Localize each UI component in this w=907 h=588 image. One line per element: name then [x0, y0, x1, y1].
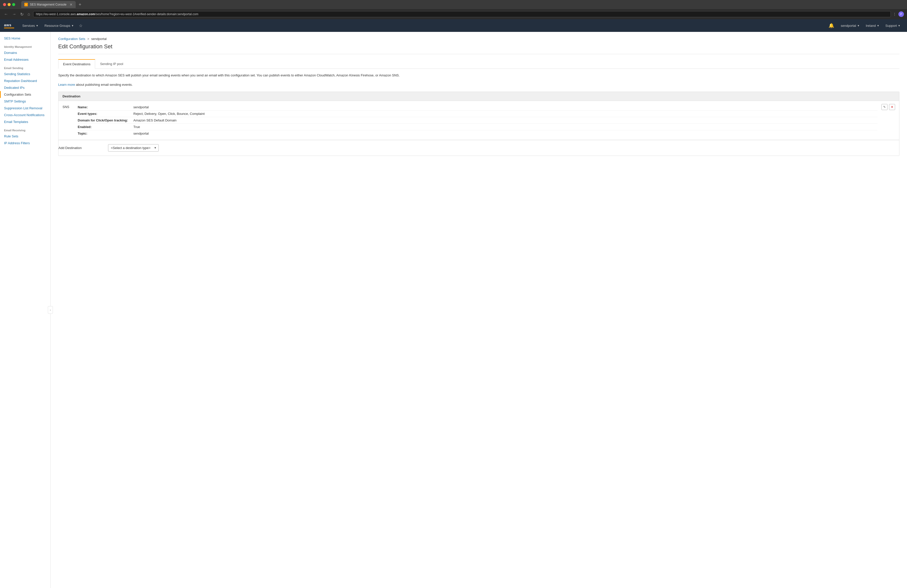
detail-name-label: Name: — [78, 105, 133, 109]
learn-more-text: Learn more about publishing email sendin… — [58, 82, 899, 88]
sidebar-item-configuration-sets[interactable]: Configuration Sets — [0, 91, 50, 98]
destination-type-select[interactable]: <Select a destination type> — [108, 144, 159, 152]
new-tab-button[interactable]: + — [79, 2, 82, 7]
close-dot[interactable] — [3, 3, 6, 6]
sidebar-item-ses-home[interactable]: SES Home — [0, 35, 50, 42]
account-dropdown[interactable]: sendportal ▼ — [838, 19, 862, 32]
services-nav-item[interactable]: Services ▼ — [19, 19, 42, 32]
detail-event-types-label: Event types: — [78, 112, 133, 115]
breadcrumb: Configuration Sets > sendportal — [58, 37, 899, 41]
learn-more-link[interactable]: Learn more — [58, 83, 75, 87]
sidebar-item-smtp-settings[interactable]: SMTP Settings — [0, 98, 50, 105]
resource-groups-nav-item[interactable]: Resource Groups ▼ — [42, 19, 77, 32]
breadcrumb-parent-link[interactable]: Configuration Sets — [58, 37, 85, 41]
sidebar-item-cross-account-notifications[interactable]: Cross-Account Notifications — [0, 112, 50, 119]
sidebar-section-identity-management: Identity Management — [0, 42, 50, 49]
aws-logo-bar — [4, 27, 14, 28]
detail-name-value: sendportal — [133, 105, 149, 109]
delete-destination-button[interactable]: ✕ — [889, 104, 895, 110]
tab-sending-ip-pool[interactable]: Sending IP pool — [95, 59, 128, 69]
region-chevron-icon: ▼ — [877, 24, 880, 27]
forward-button[interactable]: → — [11, 11, 17, 17]
sidebar-section-email-sending: Email Sending — [0, 63, 50, 70]
support-chevron-icon: ▼ — [898, 24, 901, 27]
aws-logo[interactable]: aws — [4, 22, 14, 29]
home-button[interactable]: ⌂ — [27, 11, 31, 17]
account-label: sendportal — [841, 24, 856, 27]
browser-toolbar: ← → ↻ ⌂ https://eu-west-1.console.aws.am… — [0, 9, 907, 19]
sidebar-item-dedicated-ips[interactable]: Dedicated IPs — [0, 84, 50, 91]
tab-event-destinations[interactable]: Event Destinations — [58, 59, 95, 69]
page-wrapper: ‹ SES Home Identity Management Domains E… — [0, 32, 907, 588]
account-chevron-icon: ▼ — [857, 24, 860, 27]
detail-event-types-row: Event types: Reject, Delivery, Open, Cli… — [78, 111, 877, 117]
toolbar-extras: ⋮ P — [893, 11, 904, 17]
edit-destination-button[interactable]: ✎ — [881, 104, 888, 110]
sidebar-item-reputation-dashboard[interactable]: Reputation Dashboard — [0, 77, 50, 84]
support-dropdown[interactable]: Support ▼ — [883, 19, 903, 32]
detail-topic-value: sendportal — [133, 131, 149, 135]
services-label: Services — [22, 24, 35, 27]
breadcrumb-separator: > — [87, 37, 89, 41]
destination-section: Destination SNS Name: sendportal Event t… — [58, 91, 899, 156]
back-button[interactable]: ← — [3, 11, 9, 17]
aws-logo-box: aws — [4, 22, 14, 29]
resource-groups-label: Resource Groups — [45, 24, 71, 27]
destination-type-label: SNS — [62, 104, 78, 109]
profile-avatar[interactable]: P — [898, 11, 904, 17]
sidebar-item-ip-address-filters[interactable]: IP Address Filters — [0, 139, 50, 146]
tab-close-button[interactable]: ✕ — [70, 3, 73, 6]
region-label: Ireland — [866, 24, 876, 27]
sidebar-item-domains[interactable]: Domains — [0, 49, 50, 56]
resource-groups-chevron-icon: ▼ — [71, 24, 74, 27]
tab-favicon: S — [24, 3, 28, 6]
minimize-dot[interactable] — [8, 3, 11, 6]
detail-enabled-label: Enabled: — [78, 125, 133, 129]
address-bar[interactable]: https://eu-west-1.console.aws.amazon.com… — [33, 11, 891, 17]
sidebar-section-email-receiving: Email Receiving — [0, 125, 50, 133]
destination-details: Name: sendportal Event types: Reject, De… — [78, 104, 877, 137]
bell-icon[interactable]: 🔔 — [825, 23, 837, 28]
sidebar-item-sending-statistics[interactable]: Sending Statistics — [0, 70, 50, 77]
page-title: Edit Configuration Set — [58, 43, 899, 54]
destination-row: SNS Name: sendportal Event types: Reject… — [58, 101, 899, 140]
browser-tab[interactable]: S SES Management Console ✕ — [21, 1, 76, 8]
reload-button[interactable]: ↻ — [19, 11, 24, 17]
sidebar-collapse-button[interactable]: ‹ — [48, 306, 53, 314]
aws-nav-right: 🔔 sendportal ▼ Ireland ▼ Support ▼ — [825, 19, 903, 32]
bookmark-icon[interactable]: ☆ — [77, 23, 85, 28]
aws-logo-text: aws — [4, 23, 14, 27]
detail-domain-value: Amazon SES Default Domain — [133, 119, 177, 122]
browser-chrome: S SES Management Console ✕ + ← → ↻ ⌂ htt… — [0, 0, 907, 19]
detail-topic-row: Topic: sendportal — [78, 130, 877, 137]
sidebar-item-suppression-list-removal[interactable]: Suppression List Removal — [0, 105, 50, 112]
sidebar-item-email-addresses[interactable]: Email Addresses — [0, 56, 50, 63]
tab-title: SES Management Console — [30, 3, 67, 6]
address-bar-text: https://eu-west-1.console.aws.amazon.com… — [36, 13, 199, 16]
description-text: Specify the destination to which Amazon … — [58, 73, 899, 78]
add-destination-label: Add Destination — [58, 146, 104, 150]
region-dropdown[interactable]: Ireland ▼ — [863, 19, 882, 32]
detail-enabled-value: True — [133, 125, 140, 129]
browser-titlebar: S SES Management Console ✕ + — [0, 0, 907, 9]
extensions-icon[interactable]: ⋮ — [893, 12, 896, 16]
support-label: Support — [886, 24, 897, 27]
browser-dots — [3, 3, 15, 6]
destination-type-select-wrapper: <Select a destination type> ▼ — [108, 144, 159, 152]
aws-top-nav: aws Services ▼ Resource Groups ▼ ☆ 🔔 sen… — [0, 19, 907, 32]
destination-header: Destination — [58, 92, 899, 101]
services-chevron-icon: ▼ — [36, 24, 38, 27]
sidebar-item-rule-sets[interactable]: Rule Sets — [0, 133, 50, 139]
detail-enabled-row: Enabled: True — [78, 124, 877, 130]
destination-action-buttons: ✎ ✕ — [877, 104, 895, 110]
tabs: Event Destinations Sending IP pool — [58, 59, 899, 69]
detail-name-row: Name: sendportal — [78, 104, 877, 111]
sidebar-item-email-templates[interactable]: Email Templates — [0, 119, 50, 125]
main-content: Configuration Sets > sendportal Edit Con… — [51, 32, 907, 588]
add-destination-row: Add Destination <Select a destination ty… — [58, 140, 899, 155]
detail-domain-label: Domain for Click/Open tracking: — [78, 119, 133, 122]
maximize-dot[interactable] — [12, 3, 15, 6]
breadcrumb-current: sendportal — [91, 37, 107, 41]
detail-topic-label: Topic: — [78, 131, 133, 135]
detail-domain-row: Domain for Click/Open tracking: Amazon S… — [78, 117, 877, 124]
